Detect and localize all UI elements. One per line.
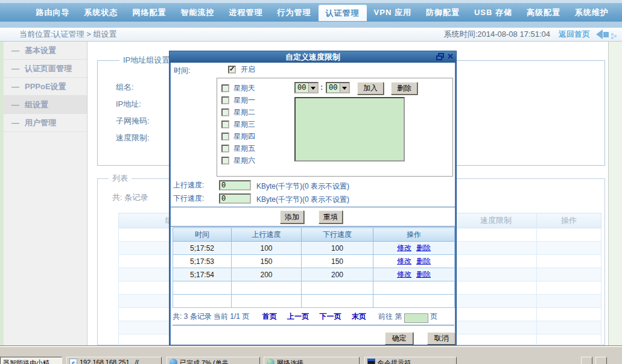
nav-item-usb-storage[interactable]: USB 存储 [467, 3, 519, 21]
table-row: 5;17:54 200 200 修改删除 [173, 268, 455, 281]
chevron-down-icon[interactable] [308, 83, 317, 92]
nav-item-behavior-mgmt[interactable]: 行为管理 [270, 3, 319, 21]
nav-item-flow-control[interactable]: 智能流控 [174, 3, 222, 21]
table-row-empty [173, 281, 455, 295]
modify-link[interactable]: 修改 [397, 243, 411, 252]
colon-separator: : [320, 83, 323, 92]
dialog-titlebar[interactable]: 自定义速度限制 ✕ [170, 51, 456, 63]
cell-download: 150 [302, 255, 373, 268]
cell-time: 5;17:52 [173, 242, 232, 255]
modify-link[interactable]: 修改 [397, 270, 411, 278]
taskbar-item-label: 命令提示符 [378, 359, 411, 364]
nav-item-router-wizard[interactable]: 路由向导 [29, 3, 77, 21]
sidebar-item-label: 认证页面管理 [25, 60, 72, 77]
weekday-saturday-checkbox[interactable] [221, 157, 229, 165]
download-speed-note: KByte(千字节)(0 表示不设置) [256, 195, 349, 205]
download-speed-input[interactable] [219, 193, 251, 204]
col-operation: 操作 [373, 228, 455, 242]
col-download: 下行速度 [302, 228, 373, 242]
sidebar-item-basic-settings[interactable]: — 基本设置 [4, 42, 87, 60]
nav-item-network-config[interactable]: 网络配置 [125, 3, 174, 21]
breadcrumb: 当前位置:认证管理 > 组设置 [19, 28, 116, 41]
time-label: 时间: [174, 66, 190, 75]
ip-group-settings-legend: IP地址组设置 [119, 55, 173, 66]
nav-item-vpn-app[interactable]: VPN 应用 [367, 3, 419, 21]
upload-speed-input[interactable] [219, 180, 251, 190]
dash-icon: — [11, 78, 19, 95]
prev-page-link[interactable]: 上一页 [287, 312, 309, 321]
back-arrow-icon-bar [603, 32, 609, 37]
weekday-tuesday-checkbox[interactable] [221, 108, 229, 116]
add-button[interactable]: 添加 [280, 210, 304, 224]
first-page-link[interactable]: 首页 [262, 312, 277, 321]
weekday-thursday-checkbox[interactable] [221, 133, 229, 140]
time-listbox[interactable] [294, 97, 405, 162]
weekday-label: 星期三 [233, 119, 255, 130]
cell-download: 100 [302, 242, 373, 255]
nav-item-auth-mgmt[interactable]: 认证管理 [319, 5, 367, 21]
upload-speed-note: KByte(千字节)(0 表示不设置) [256, 181, 349, 192]
cell-upload: 200 [232, 268, 302, 281]
minute-value: 00 [327, 83, 340, 92]
back-home-label: 返回首页 [559, 28, 590, 41]
goto-suffix-label: 页 [430, 312, 437, 321]
taskbar-item-command-prompt[interactable]: 命令提示符 [364, 357, 457, 364]
tray-button[interactable] [595, 357, 607, 364]
nav-item-advanced-config[interactable]: 高级配置 [519, 3, 568, 21]
tray-button[interactable] [581, 357, 592, 364]
modify-link[interactable]: 修改 [397, 257, 411, 265]
delete-link[interactable]: 删除 [416, 257, 431, 265]
minute-select[interactable]: 00 [326, 82, 350, 93]
sidebar-item-pppoe-settings[interactable]: — PPPoE设置 [4, 78, 87, 96]
sidebar-item-user-mgmt[interactable]: — 用户管理 [4, 114, 87, 132]
remove-time-button[interactable]: 删除 [391, 82, 417, 95]
hour-value: 00 [296, 83, 308, 92]
console-window-icon [367, 359, 375, 364]
cell-upload: 100 [232, 242, 302, 255]
last-page-link[interactable]: 末页 [352, 312, 366, 321]
taskbar-item-browser-window[interactable]: e 192.168.168.251.../( [66, 357, 162, 364]
cell-time: 5;17:53 [173, 255, 232, 268]
dash-icon: — [11, 60, 19, 77]
delete-link[interactable]: 删除 [416, 243, 431, 252]
table-row: 5;17:52 100 100 修改删除 [173, 242, 455, 255]
weekday-wednesday-checkbox[interactable] [221, 121, 229, 128]
add-time-button[interactable]: 加入 [357, 82, 384, 95]
weekday-label: 星期四 [233, 131, 255, 142]
sidebar-item-auth-page-mgmt[interactable]: — 认证页面管理 [4, 60, 87, 78]
taskbar-item-router-wizard-window[interactable]: 器智能路由小精 [0, 357, 62, 364]
hour-select[interactable]: 00 [294, 82, 319, 93]
nav-item-defense-config[interactable]: 防御配置 [419, 3, 467, 21]
taskbar-item-download-progress[interactable]: 已完成 7% (单共... [167, 357, 260, 364]
weekday-sunday-checkbox[interactable] [221, 84, 229, 92]
col-speed-limit: 速度限制 [455, 213, 537, 228]
delete-link[interactable]: 删除 [416, 270, 431, 278]
sidebar-item-label: 用户管理 [25, 114, 56, 131]
weekday-monday-checkbox[interactable] [221, 96, 229, 104]
taskbar-item-label: 网络连接 [277, 359, 303, 364]
taskbar-item-label: 器智能路由小精 [3, 359, 49, 364]
chevron-down-icon[interactable] [340, 83, 349, 92]
next-page-link[interactable]: 下一页 [319, 312, 341, 321]
col-upload: 上行速度 [232, 228, 302, 242]
dash-icon: — [11, 96, 19, 113]
taskbar-item-network-connections[interactable]: 网络连接 [264, 357, 360, 364]
list-legend: 列表 [109, 173, 132, 184]
nav-item-process-mgmt[interactable]: 进程管理 [222, 3, 270, 21]
ok-button[interactable]: 确定 [385, 332, 413, 345]
goto-page-input[interactable] [404, 313, 428, 323]
back-home-link[interactable]: 返回首页 [559, 28, 614, 41]
restore-icon[interactable] [436, 53, 444, 60]
nav-item-system-status[interactable]: 系统状态 [77, 3, 125, 21]
sidebar-item-group-settings[interactable]: — 组设置 [4, 96, 87, 114]
weekday-friday-checkbox[interactable] [221, 145, 229, 152]
cancel-button[interactable]: 取消 [427, 332, 455, 345]
nav-item-system-maintain[interactable]: 系统维护 [568, 3, 616, 21]
weekday-label: 星期一 [233, 95, 255, 105]
close-icon[interactable]: ✕ [447, 52, 454, 61]
reset-button[interactable]: 重填 [319, 210, 343, 224]
sparkle-dots-icon [611, 33, 614, 36]
enable-checkbox[interactable] [228, 66, 236, 74]
nav-sub-strip [0, 22, 622, 28]
schedule-panel: 星期天 星期一 星期二 星期三 星期四 星期五 [217, 78, 453, 177]
